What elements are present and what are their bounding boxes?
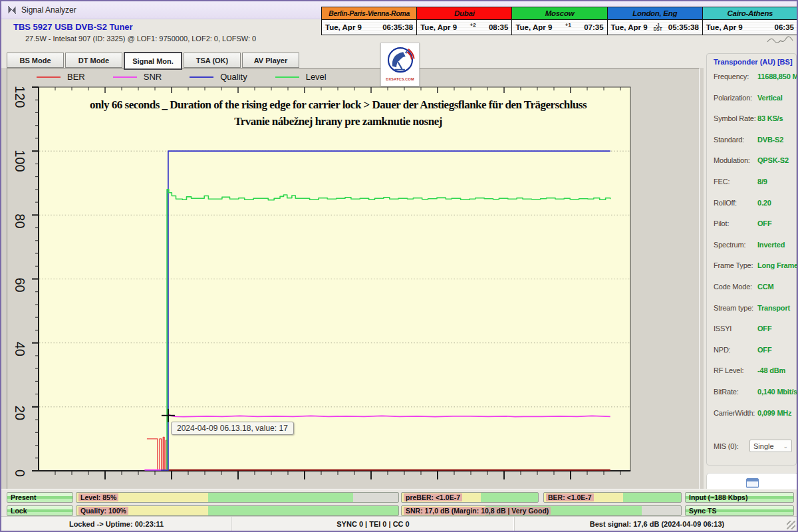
field-spectrum: Spectrum:Inverted xyxy=(714,241,792,262)
svg-text:100: 100 xyxy=(13,150,27,172)
logo-text: DXSATCS.COM xyxy=(386,77,414,81)
clock-time: 07:35 xyxy=(584,23,603,31)
clock-date: Tue, Apr 9 xyxy=(611,23,648,31)
level-bar: Level: 85% xyxy=(76,492,399,503)
tab-av-player[interactable]: AV Player xyxy=(242,53,299,68)
field-frame-type: Frame Type:Long Frame xyxy=(714,261,792,283)
tab-bs-mode[interactable]: BS Mode xyxy=(7,53,64,68)
transponder-group: Transponder (AU) [BS] Frequency:11688,85… xyxy=(706,53,797,466)
clock-time: 06:35:38 xyxy=(382,23,413,31)
legend-item-ber: BER xyxy=(37,72,85,82)
clock-berlin-paris-vienna-roma: Berlin-Paris-Vienna-Roma Tue, Apr 906:35… xyxy=(322,7,417,35)
transponder-sidebar: Transponder (AU) [BS] Frequency:11688,85… xyxy=(704,49,798,501)
signal-gauges: Present Level: 85% preBER: <1.0E-7 BER: … xyxy=(1,489,798,519)
signal-plot[interactable]: 020406080100120 xyxy=(7,68,699,489)
dst-offset: -1DST xyxy=(654,23,662,31)
svg-text:40: 40 xyxy=(13,342,27,356)
mis-row: MIS (0): Single ⌄ xyxy=(714,440,792,452)
statusbar-lock-uptime: Locked -> Uptime: 00:23:11 xyxy=(1,517,232,531)
data-point-tooltip: 2024-04-09 06.13.18, value: 17 xyxy=(171,422,294,435)
field-rolloff: RollOff:0.20 xyxy=(714,199,792,220)
svg-text:120: 120 xyxy=(13,86,27,108)
mode-tab-bar: BS Mode DT Mode Signal Mon. TSA (OK) AV … xyxy=(7,53,299,70)
field-pilot: Pilot:OFF xyxy=(714,219,792,241)
signal-monitor-chart-panel: BER SNR Quality Level 020406080100120 on… xyxy=(7,68,700,489)
field-symbol-rate: Symbol Rate:83 KS/s xyxy=(714,114,792,136)
world-clock-bar: Berlin-Paris-Vienna-Roma Tue, Apr 906:35… xyxy=(321,7,798,35)
present-indicator: Present xyxy=(7,492,73,503)
svg-text:80: 80 xyxy=(13,213,27,228)
field-modulation: Modulation:QPSK-S2 xyxy=(714,156,792,178)
chart-annotation: only 66 seconds _ Duration of the rising… xyxy=(47,96,629,130)
quality-bar: Quality: 100% xyxy=(76,505,399,516)
ber-bar: BER: <1.0E-7 xyxy=(543,492,682,503)
clock-city: Berlin-Paris-Vienna-Roma xyxy=(322,7,416,20)
clock-city: London, Eng xyxy=(608,7,702,20)
clock-cairo-athens: Cairo-Athens Tue, Apr 906:35 xyxy=(703,7,797,35)
statusbar-best-signal: Best signal: 17,6 dB (2024-04-09 06:13) xyxy=(515,517,798,531)
mis-select[interactable]: Single ⌄ xyxy=(749,440,792,452)
lock-indicator: Lock xyxy=(7,505,73,516)
app-dish-icon xyxy=(7,5,17,15)
transponder-fields: Frequency:11688,850 MHz Polarization:Ver… xyxy=(714,72,792,430)
field-carrier-width: CarrierWidth:0,099 MHz xyxy=(714,409,792,430)
device-subtitle: 27.5W - Intelsat 907 (ID: 3325) @ LOF1: … xyxy=(25,35,256,43)
quality-line-swatch xyxy=(190,76,213,78)
statusbar: Locked -> Uptime: 00:23:11 SYNC 0 | TEI … xyxy=(1,516,798,531)
clock-london: London, Eng Tue, Apr 9-1DST05:35:38 xyxy=(608,7,703,35)
field-standard: Standard:DVB-S2 xyxy=(714,136,792,157)
svg-text:0: 0 xyxy=(13,469,27,477)
legend-item-snr: SNR xyxy=(113,72,162,82)
clock-city: Moscow xyxy=(512,7,606,20)
clock-time: 05:35:38 xyxy=(668,23,699,31)
dxsatcs-logo: DXSATCS.COM xyxy=(380,43,420,86)
clock-date: Tue, Apr 9 xyxy=(325,23,362,31)
resize-grip[interactable] xyxy=(787,521,795,529)
svg-text:60: 60 xyxy=(13,278,27,293)
snr-line-swatch xyxy=(113,76,137,78)
field-stream-type: Stream type:Transport xyxy=(714,304,792,325)
input-indicator: Input (~188 Kbps) xyxy=(685,492,794,503)
field-polarization: Polarization:Vertical xyxy=(714,94,792,115)
tab-signal-mon[interactable]: Signal Mon. xyxy=(124,52,182,70)
device-title: TBS 5927 USB DVB-S2 Tuner xyxy=(13,22,133,32)
tab-dt-mode[interactable]: DT Mode xyxy=(65,53,122,68)
legend-item-level: Level xyxy=(275,72,327,82)
table-icon xyxy=(746,478,759,488)
preber-bar: preBER: <1.0E-7 xyxy=(401,492,539,503)
clock-date: Tue, Apr 9 xyxy=(515,23,552,31)
chevron-down-icon: ⌄ xyxy=(783,443,788,450)
tab-tsa[interactable]: TSA (OK) xyxy=(184,53,241,68)
svg-text:20: 20 xyxy=(13,406,27,420)
ber-line-swatch xyxy=(37,76,61,78)
field-npd: NPD:OFF xyxy=(714,346,792,367)
clock-time: 06:35 xyxy=(775,23,794,31)
decorative-signature xyxy=(766,35,794,45)
sync-ts-indicator: Sync TS xyxy=(685,505,794,516)
field-bitrate: BitRate:0,140 Mbit/s xyxy=(714,388,792,409)
level-line-swatch xyxy=(275,76,299,78)
window-title: Signal Analyzer xyxy=(21,5,76,15)
group-title: Transponder (AU) [BS] xyxy=(714,58,792,66)
field-frequency: Frequency:11688,850 MHz xyxy=(714,72,792,94)
chart-legend: BER SNR Quality Level xyxy=(37,72,354,82)
field-issyi: ISSYIOFF xyxy=(714,325,792,346)
clock-city: Dubai xyxy=(417,7,511,20)
field-fec: FEC:8/9 xyxy=(714,178,792,199)
legend-item-quality: Quality xyxy=(190,72,247,82)
field-rf-level: RF Level:-48 dBm xyxy=(714,366,792,388)
clock-date: Tue, Apr 9 xyxy=(706,23,743,31)
satellite-dish-icon xyxy=(384,45,416,76)
clock-moscow: Moscow Tue, Apr 9+107:35 xyxy=(512,7,607,35)
snr-bar: SNR: 17,0 dB (Margin: 10,8 dB | Very Goo… xyxy=(401,505,682,516)
clock-time: 08:35 xyxy=(489,23,508,31)
statusbar-sync-counters: SYNC 0 | TEI 0 | CC 0 xyxy=(232,517,515,531)
clock-dubai: Dubai Tue, Apr 9+208:35 xyxy=(417,7,512,35)
clock-city: Cairo-Athens xyxy=(703,7,797,20)
field-code-mode: Code Mode:CCM xyxy=(714,283,792,304)
clock-date: Tue, Apr 9 xyxy=(420,23,457,31)
signal-analyzer-window: Signal Analyzer Berlin-Paris-Vienna-Roma… xyxy=(0,0,798,532)
